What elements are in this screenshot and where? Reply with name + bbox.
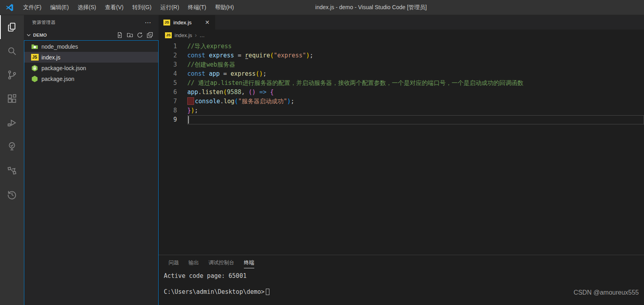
line-number: 8 <box>159 106 177 115</box>
history-icon[interactable] <box>0 183 24 207</box>
file-tree: node_modulesJSindex.jspackage-lock.jsonp… <box>24 40 159 305</box>
testing-icon[interactable] <box>0 135 24 159</box>
close-tab-icon[interactable]: ✕ <box>203 18 211 26</box>
token: . <box>220 98 224 105</box>
token: const <box>187 70 205 77</box>
code-line-9[interactable]: 9 <box>159 115 644 124</box>
chevron-down-icon <box>26 32 32 38</box>
code-text: console.log("服务器启动成功"); <box>187 97 295 106</box>
menu-item-3[interactable]: 查看(V) <box>100 2 128 12</box>
folder-section-header[interactable]: DEMO <box>24 30 159 40</box>
npm-lock-icon <box>31 65 38 72</box>
token: { <box>270 89 274 96</box>
menu-item-0[interactable]: 文件(F) <box>19 2 46 12</box>
panel-tab-终端[interactable]: 终端 <box>239 255 259 270</box>
token: , <box>241 89 248 96</box>
explorer-sidebar: 资源管理器 ⋯ DEMO <box>24 15 159 305</box>
code-text: const app = express(); <box>187 69 267 79</box>
vscode-logo-icon <box>5 3 14 12</box>
search-icon[interactable] <box>0 39 24 63</box>
file-name: node_modules <box>41 43 78 50</box>
panel-tab-调试控制台[interactable]: 调试控制台 <box>204 255 239 270</box>
extensions-icon[interactable] <box>0 87 24 111</box>
gutter-padding <box>177 60 187 69</box>
sidebar-title: 资源管理器 <box>32 20 143 26</box>
token: ) <box>191 107 194 114</box>
token: express <box>230 70 255 77</box>
js-file-icon: JS <box>163 20 170 26</box>
run-debug-icon[interactable] <box>0 111 24 135</box>
breadcrumb[interactable]: JS index.js › … <box>159 30 644 41</box>
source-control-icon[interactable] <box>0 63 24 87</box>
panel-tab-bar: 问题输出调试控制台终端 <box>159 255 644 270</box>
gutter-padding <box>177 79 187 88</box>
tab-indexjs[interactable]: JS index.js ✕ <box>159 15 215 30</box>
code-editor[interactable]: 1//导入express2const express = require("ex… <box>159 41 644 255</box>
token: 9588 <box>227 89 241 96</box>
token: ; <box>263 70 267 77</box>
file-name: index.js <box>41 54 60 61</box>
code-line-1[interactable]: 1//导入express <box>159 42 644 51</box>
terminal-line: Active code page: 65001 <box>164 272 644 280</box>
code-text: // 通过ap.listen进行服务器的配置，并启动服务器，接收两个配置参数，一… <box>187 79 523 88</box>
gutter-padding <box>177 69 187 79</box>
js-file-icon: JS <box>31 54 39 61</box>
token: () <box>256 70 263 77</box>
line-number: 6 <box>159 88 177 97</box>
token: app <box>187 89 198 96</box>
token: app <box>209 70 220 77</box>
line-number: 3 <box>159 60 177 69</box>
token <box>267 89 270 96</box>
token: //导入express <box>187 43 232 50</box>
sidebar-header: 资源管理器 ⋯ <box>24 15 159 30</box>
code-text: }); <box>187 106 198 115</box>
new-file-icon[interactable] <box>115 31 125 39</box>
connections-icon[interactable] <box>0 159 24 183</box>
token: ; <box>291 98 294 105</box>
token <box>205 52 209 59</box>
file-item-package.json[interactable]: package.json <box>24 73 158 84</box>
watermark: CSDN @amoureux555 <box>573 289 639 296</box>
new-folder-icon[interactable] <box>125 31 135 39</box>
token: => <box>259 89 267 96</box>
code-line-6[interactable]: 6app.listen(9588, () => { <box>159 88 644 97</box>
folder-name: DEMO <box>33 33 115 37</box>
file-item-package-lock.json[interactable]: package-lock.json <box>24 63 158 73</box>
code-text: app.listen(9588, () => { <box>187 88 274 97</box>
token: "express" <box>274 52 306 59</box>
window-title: index.js - demo - Visual Studio Code [管理… <box>315 4 427 11</box>
refresh-icon[interactable] <box>135 31 145 39</box>
explorer-icon[interactable] <box>0 15 24 39</box>
token: = <box>220 70 230 77</box>
menu-item-2[interactable]: 选择(S) <box>73 2 101 12</box>
editor-group: JS index.js ✕ JS index.js › … 1//导入expre… <box>159 15 644 305</box>
breadcrumb-symbol[interactable]: … <box>200 32 205 38</box>
code-line-7[interactable]: 7console.log("服务器启动成功"); <box>159 97 644 106</box>
collapse-all-icon[interactable] <box>145 31 155 39</box>
code-text: //创建web服务器 <box>187 60 235 69</box>
code-line-2[interactable]: 2const express = require("express"); <box>159 51 644 60</box>
terminal-line: C:\Users\admin\Desktop\demo> <box>164 288 644 296</box>
tab-label: index.js <box>173 20 192 26</box>
file-item-node_modules[interactable]: node_modules <box>24 41 158 52</box>
panel-tab-问题[interactable]: 问题 <box>164 255 184 270</box>
code-line-4[interactable]: 4const app = express(); <box>159 69 644 79</box>
menu-item-6[interactable]: 终端(T) <box>184 2 211 12</box>
terminal-output[interactable]: Active code page: 65001C:\Users\admin\De… <box>159 270 644 305</box>
panel-tab-输出[interactable]: 输出 <box>184 255 204 270</box>
token: const <box>187 52 205 59</box>
more-actions-icon[interactable]: ⋯ <box>143 19 153 26</box>
token: ( <box>223 89 227 96</box>
line-number: 1 <box>159 42 177 51</box>
code-line-5[interactable]: 5// 通过ap.listen进行服务器的配置，并启动服务器，接收两个配置参数，… <box>159 79 644 88</box>
menu-item-1[interactable]: 编辑(E) <box>46 2 73 12</box>
menu-item-5[interactable]: 运行(R) <box>156 2 183 12</box>
file-item-index.js[interactable]: JSindex.js <box>24 52 158 63</box>
menu-item-4[interactable]: 转到(G) <box>128 2 156 12</box>
code-line-3[interactable]: 3//创建web服务器 <box>159 60 644 69</box>
code-line-8[interactable]: 8}); <box>159 106 644 115</box>
token: ; <box>194 107 198 114</box>
menu-item-7[interactable]: 帮助(H) <box>210 2 238 12</box>
token: ( <box>270 52 274 59</box>
breadcrumb-file[interactable]: index.js <box>175 32 192 38</box>
